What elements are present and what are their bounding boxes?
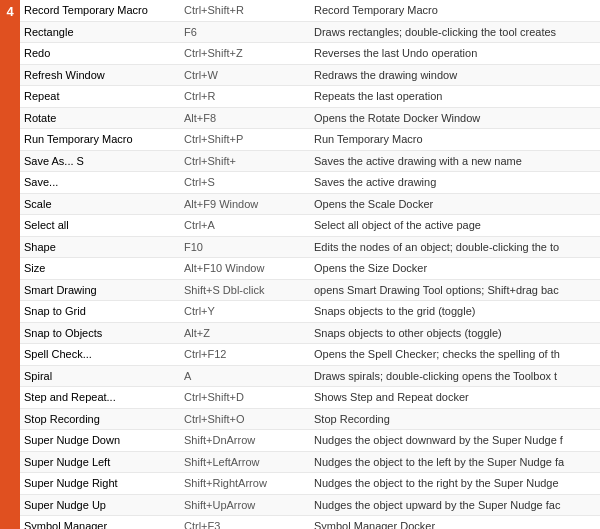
table-row: Refresh WindowCtrl+WRedraws the drawing … — [20, 64, 600, 86]
table-row: Super Nudge RightShift+RightArrowNudges … — [20, 473, 600, 495]
command-description: Draws spirals; double-clicking opens the… — [310, 365, 600, 387]
command-name: Super Nudge Right — [20, 473, 180, 495]
shortcut-key: Shift+RightArrow — [180, 473, 310, 495]
table-row: Super Nudge DownShift+DnArrowNudges the … — [20, 430, 600, 452]
shortcut-key: Ctrl+A — [180, 215, 310, 237]
command-description: Repeats the last operation — [310, 86, 600, 108]
command-name: Super Nudge Down — [20, 430, 180, 452]
command-name: Run Temporary Macro — [20, 129, 180, 151]
table-row: SpiralADraws spirals; double-clicking op… — [20, 365, 600, 387]
shortcut-key: Shift+S Dbl-click — [180, 279, 310, 301]
command-name: Spiral — [20, 365, 180, 387]
command-description: Record Temporary Macro — [310, 0, 600, 21]
shortcut-key: Ctrl+Shift+ — [180, 150, 310, 172]
shortcut-key: Ctrl+Shift+P — [180, 129, 310, 151]
shortcut-key: F6 — [180, 21, 310, 43]
table-row: Stop RecordingCtrl+Shift+OStop Recording — [20, 408, 600, 430]
command-name: Save As... S — [20, 150, 180, 172]
command-name: Super Nudge Up — [20, 494, 180, 516]
command-description: Saves the active drawing — [310, 172, 600, 194]
command-description: Select all object of the active page — [310, 215, 600, 237]
table-row: Super Nudge UpShift+UpArrowNudges the ob… — [20, 494, 600, 516]
shortcut-table-wrapper: Record Temporary MacroCtrl+Shift+RRecord… — [20, 0, 600, 529]
table-row: RepeatCtrl+RRepeats the last operation — [20, 86, 600, 108]
command-description: Nudges the object upward by the Super Nu… — [310, 494, 600, 516]
command-name: Stop Recording — [20, 408, 180, 430]
command-name: Repeat — [20, 86, 180, 108]
table-row: Smart DrawingShift+S Dbl-clickopens Smar… — [20, 279, 600, 301]
command-description: Redraws the drawing window — [310, 64, 600, 86]
shortcut-key: A — [180, 365, 310, 387]
command-name: Smart Drawing — [20, 279, 180, 301]
shortcut-key: Ctrl+Shift+R — [180, 0, 310, 21]
table-row: Snap to ObjectsAlt+ZSnaps objects to oth… — [20, 322, 600, 344]
table-row: Snap to GridCtrl+YSnaps objects to the g… — [20, 301, 600, 323]
table-row: Record Temporary MacroCtrl+Shift+RRecord… — [20, 0, 600, 21]
shortcut-key: Ctrl+W — [180, 64, 310, 86]
shortcut-key: Ctrl+Shift+D — [180, 387, 310, 409]
command-description: Opens the Scale Docker — [310, 193, 600, 215]
shortcut-table: Record Temporary MacroCtrl+Shift+RRecord… — [20, 0, 600, 529]
command-name: Symbol Manager — [20, 516, 180, 530]
command-description: Opens the Rotate Docker Window — [310, 107, 600, 129]
shortcut-key: Ctrl+S — [180, 172, 310, 194]
shortcut-key: Ctrl+Y — [180, 301, 310, 323]
command-description: Opens the Spell Checker; checks the spel… — [310, 344, 600, 366]
table-row: Save...Ctrl+SSaves the active drawing — [20, 172, 600, 194]
command-name: Rotate — [20, 107, 180, 129]
command-name: Redo — [20, 43, 180, 65]
table-row: Spell Check...Ctrl+F12Opens the Spell Ch… — [20, 344, 600, 366]
shortcut-key: Alt+F10 Window — [180, 258, 310, 280]
command-name: Size — [20, 258, 180, 280]
shortcut-key: F10 — [180, 236, 310, 258]
shortcut-key: Shift+UpArrow — [180, 494, 310, 516]
command-description: Shows Step and Repeat docker — [310, 387, 600, 409]
shortcut-key: Shift+DnArrow — [180, 430, 310, 452]
command-name: Record Temporary Macro — [20, 0, 180, 21]
shortcut-key: Alt+F8 — [180, 107, 310, 129]
command-description: Nudges the object to the left by the Sup… — [310, 451, 600, 473]
table-row: Symbol ManagerCtrl+F3Symbol Manager Dock… — [20, 516, 600, 530]
command-name: Save... — [20, 172, 180, 194]
main-container: 4 Record Temporary MacroCtrl+Shift+RReco… — [0, 0, 600, 529]
command-name: Shape — [20, 236, 180, 258]
command-description: Snaps objects to other objects (toggle) — [310, 322, 600, 344]
shortcut-key: Ctrl+F3 — [180, 516, 310, 530]
command-name: Refresh Window — [20, 64, 180, 86]
command-description: Stop Recording — [310, 408, 600, 430]
table-row: Step and Repeat...Ctrl+Shift+DShows Step… — [20, 387, 600, 409]
table-row: SizeAlt+F10 WindowOpens the Size Docker — [20, 258, 600, 280]
command-name: Spell Check... — [20, 344, 180, 366]
command-description: Edits the nodes of an object; double-cli… — [310, 236, 600, 258]
command-name: Rectangle — [20, 21, 180, 43]
command-description: Snaps objects to the grid (toggle) — [310, 301, 600, 323]
command-description: Opens the Size Docker — [310, 258, 600, 280]
command-name: Snap to Objects — [20, 322, 180, 344]
command-name: Scale — [20, 193, 180, 215]
table-row: RedoCtrl+Shift+ZReverses the last Undo o… — [20, 43, 600, 65]
shortcut-key: Alt+F9 Window — [180, 193, 310, 215]
command-description: Symbol Manager Docker — [310, 516, 600, 530]
command-name: Step and Repeat... — [20, 387, 180, 409]
shortcut-key: Ctrl+F12 — [180, 344, 310, 366]
table-row: ScaleAlt+F9 WindowOpens the Scale Docker — [20, 193, 600, 215]
shortcut-key: Shift+LeftArrow — [180, 451, 310, 473]
command-description: opens Smart Drawing Tool options; Shift+… — [310, 279, 600, 301]
command-description: Draws rectangles; double-clicking the to… — [310, 21, 600, 43]
table-row: RectangleF6Draws rectangles; double-clic… — [20, 21, 600, 43]
shortcut-key: Ctrl+Shift+O — [180, 408, 310, 430]
badge-number: 4 — [0, 0, 20, 529]
command-name: Select all — [20, 215, 180, 237]
command-description: Run Temporary Macro — [310, 129, 600, 151]
table-row: Select allCtrl+ASelect all object of the… — [20, 215, 600, 237]
shortcut-key: Ctrl+R — [180, 86, 310, 108]
shortcut-key: Alt+Z — [180, 322, 310, 344]
table-row: RotateAlt+F8Opens the Rotate Docker Wind… — [20, 107, 600, 129]
shortcut-key: Ctrl+Shift+Z — [180, 43, 310, 65]
command-description: Reverses the last Undo operation — [310, 43, 600, 65]
command-name: Snap to Grid — [20, 301, 180, 323]
table-row: ShapeF10Edits the nodes of an object; do… — [20, 236, 600, 258]
table-row: Save As... SCtrl+Shift+Saves the active … — [20, 150, 600, 172]
table-row: Run Temporary MacroCtrl+Shift+PRun Tempo… — [20, 129, 600, 151]
command-description: Nudges the object downward by the Super … — [310, 430, 600, 452]
